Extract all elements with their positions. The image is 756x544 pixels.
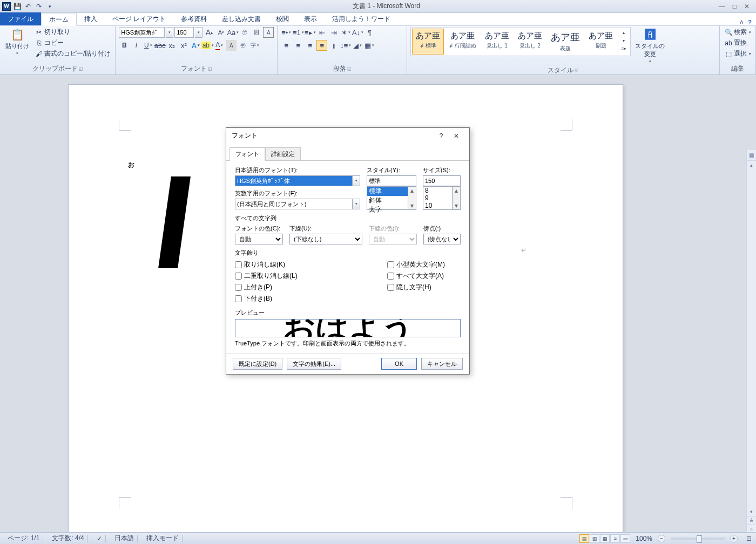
strike-checkbox[interactable]: 取り消し線(K): [235, 260, 381, 269]
combine-chars-button[interactable]: ㊥: [238, 40, 248, 51]
latin-font-dropdown-icon[interactable]: ▾: [353, 199, 360, 209]
superscript-checkbox[interactable]: 上付き(P): [235, 283, 381, 292]
document-content[interactable]: お: [128, 160, 184, 268]
style-scroll-down-icon[interactable]: ▾: [618, 37, 629, 45]
prev-page-icon[interactable]: ≜: [747, 516, 756, 525]
find-button[interactable]: 🔍検索▾: [723, 27, 752, 37]
dialog-launcher-icon[interactable]: ◱: [208, 66, 212, 71]
change-styles-button[interactable]: 🅰 スタイルの 変更 ▾: [633, 27, 667, 65]
dialog-close-icon[interactable]: ✕: [449, 132, 464, 140]
hidden-checkbox[interactable]: 隠し文字(H): [387, 283, 445, 292]
strike-button[interactable]: abc: [154, 40, 165, 51]
size-input[interactable]: [423, 175, 461, 186]
tab-extras[interactable]: 活用しよう！ワード: [325, 12, 398, 25]
shading-button[interactable]: ◢: [352, 40, 363, 51]
spellcheck-icon[interactable]: ✓: [93, 535, 106, 542]
dialog-tab-advanced[interactable]: 詳細設定: [265, 147, 301, 161]
zoom-out-button[interactable]: −: [658, 535, 665, 542]
jp-font-dropdown-icon[interactable]: ▾: [353, 175, 360, 186]
ribbon-minimize-icon[interactable]: ᴧ: [740, 18, 744, 25]
zoom-in-button[interactable]: +: [730, 535, 738, 542]
shrink-font-button[interactable]: A▾: [215, 27, 226, 38]
italic-button[interactable]: I: [131, 40, 141, 51]
tab-layout[interactable]: ページ レイアウト: [105, 12, 173, 25]
style-heading2[interactable]: あア亜見出し 2: [514, 29, 546, 55]
font-color-button[interactable]: A: [214, 40, 225, 51]
align-left-button[interactable]: ≡: [281, 40, 292, 51]
tab-references[interactable]: 参考資料: [173, 12, 214, 25]
dialog-launcher-icon[interactable]: ◱: [347, 66, 352, 71]
save-icon[interactable]: 💾: [13, 2, 22, 11]
style-no-spacing[interactable]: あア亜↲ 行間詰め: [445, 29, 480, 55]
bold-button[interactable]: B: [119, 40, 130, 51]
jp-font-input[interactable]: [235, 175, 353, 186]
justify-button[interactable]: ≡: [316, 40, 327, 51]
show-marks-button[interactable]: ¶: [364, 27, 375, 38]
subscript-button[interactable]: x₂: [166, 40, 177, 51]
language-status[interactable]: 日本語: [111, 535, 138, 542]
decrease-indent-button[interactable]: ⇤: [316, 27, 327, 38]
copy-button[interactable]: ⎘コピー: [33, 38, 112, 48]
style-title[interactable]: あア亜表題: [547, 29, 584, 55]
tab-review[interactable]: 校閲: [268, 12, 296, 25]
emphasis-select[interactable]: (傍点なし): [423, 234, 461, 244]
ok-button[interactable]: OK: [381, 358, 417, 370]
cut-button[interactable]: ✂切り取り: [33, 27, 112, 37]
cancel-button[interactable]: キャンセル: [421, 358, 463, 370]
distribute-button[interactable]: ⫿: [328, 40, 339, 51]
enclose-chars-button[interactable]: 囲: [251, 27, 262, 38]
word-count[interactable]: 文字数: 4/4: [49, 535, 87, 542]
tab-home[interactable]: ホーム: [41, 13, 77, 26]
minimize-button[interactable]: —: [719, 3, 725, 10]
text-effects-button[interactable]: A: [190, 40, 201, 51]
dialog-help-icon[interactable]: ?: [434, 132, 449, 140]
dialog-tab-font[interactable]: フォント: [230, 147, 265, 161]
word-icon[interactable]: W: [2, 2, 11, 11]
paste-button[interactable]: 📋 貼り付け ▾: [3, 27, 31, 57]
ruler-toggle-icon[interactable]: ▦: [747, 150, 756, 161]
style-heading1[interactable]: あア亜見出し 1: [481, 29, 513, 55]
draft-view-icon[interactable]: ▭: [620, 534, 630, 543]
style-subtitle[interactable]: あア亜副題: [585, 29, 617, 55]
latin-font-input[interactable]: [235, 199, 353, 209]
align-center-button[interactable]: ≡: [293, 40, 303, 51]
font-size-dropdown-icon[interactable]: ▾: [195, 27, 202, 38]
maximize-button[interactable]: □: [733, 3, 737, 10]
char-shading-button[interactable]: A: [226, 40, 237, 51]
phonetic-guide-button[interactable]: ㋐: [239, 27, 250, 38]
vertical-scrollbar[interactable]: ▦ ▴ ▾ ≜ ○ ≟: [746, 150, 756, 542]
undo-icon[interactable]: ↶: [24, 2, 32, 11]
font-size-input[interactable]: [174, 27, 194, 38]
underline-style-select[interactable]: (下線なし): [289, 234, 362, 244]
zoom-level[interactable]: 100%: [636, 535, 652, 542]
superscript-button[interactable]: x²: [178, 40, 189, 51]
scroll-down-icon[interactable]: ▾: [747, 507, 756, 516]
smallcaps-checkbox[interactable]: 小型英大文字(M): [387, 260, 445, 269]
dialog-launcher-icon[interactable]: ◱: [79, 66, 83, 71]
redo-icon[interactable]: ↷: [35, 2, 43, 11]
dialog-titlebar[interactable]: フォント ? ✕: [226, 128, 469, 144]
asian-align-button[interactable]: ✶: [340, 27, 351, 38]
font-name-dropdown-icon[interactable]: ▾: [166, 27, 173, 38]
size-listbox[interactable]: 8 9 10: [423, 186, 453, 210]
sort-button[interactable]: A↓: [352, 27, 363, 38]
scroll-up-icon[interactable]: ▴: [747, 161, 756, 169]
file-tab[interactable]: ファイル: [0, 12, 41, 25]
select-button[interactable]: ⬚選択▾: [723, 49, 752, 59]
text-effects-button[interactable]: 文字の効果(E)...: [287, 358, 341, 370]
asian-layout-button[interactable]: 字: [249, 40, 260, 51]
grow-font-button[interactable]: A▴: [204, 27, 214, 38]
style-scroll-up-icon[interactable]: ▴: [618, 29, 629, 37]
change-case-button[interactable]: Aa: [227, 27, 238, 38]
line-spacing-button[interactable]: ↕≡: [340, 40, 351, 51]
bullets-button[interactable]: ≡•: [281, 27, 292, 38]
style-input[interactable]: [367, 175, 416, 186]
fullscreen-reading-view-icon[interactable]: ▥: [590, 534, 599, 543]
page-status[interactable]: ページ: 1/1: [4, 535, 43, 542]
borders-button[interactable]: ▦: [364, 40, 375, 51]
align-right-button[interactable]: ≡: [305, 40, 315, 51]
font-name-input[interactable]: [119, 27, 165, 38]
zoom-dialog-icon[interactable]: ⊡: [746, 535, 752, 542]
web-layout-view-icon[interactable]: ▦: [600, 534, 610, 543]
format-painter-button[interactable]: 🖌書式のコピー/貼り付け: [33, 49, 112, 59]
